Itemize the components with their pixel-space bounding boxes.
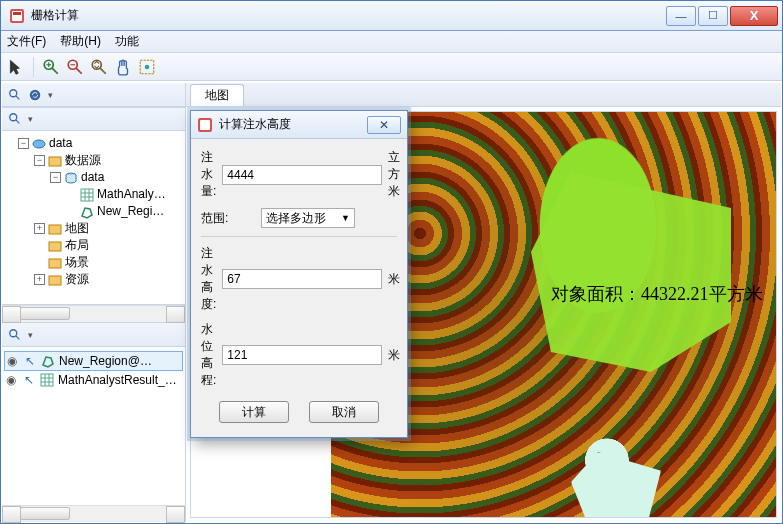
svg-rect-30 xyxy=(49,276,61,285)
menu-func[interactable]: 功能 xyxy=(115,33,139,50)
tabstrip: 地图 xyxy=(186,83,781,107)
level-input[interactable] xyxy=(222,345,382,365)
layer-name: MathAnalystResult_… xyxy=(58,371,177,389)
region-icon xyxy=(80,205,94,219)
pointer-icon[interactable] xyxy=(7,58,25,76)
tree-node-dataset-raster[interactable]: MathAnaly… xyxy=(4,186,183,203)
layer-item[interactable]: ◉ ↖ New_Region@… xyxy=(4,351,183,371)
svg-line-18 xyxy=(16,120,20,124)
svg-rect-27 xyxy=(49,225,61,234)
flood-height-dialog: 计算注水高度 ✕ 注水量: 立方米 范围: 选择多边形 ▼ 注水高度: 米 水位… xyxy=(190,110,408,438)
tree-node-maps[interactable]: +地图 xyxy=(4,220,183,237)
svg-line-15 xyxy=(16,95,20,99)
window-title: 栅格计算 xyxy=(31,7,79,24)
zoom-free-icon[interactable] xyxy=(90,58,108,76)
tab-map[interactable]: 地图 xyxy=(190,84,244,106)
folder-icon xyxy=(48,239,62,253)
titlebar: 栅格计算 — ☐ X xyxy=(1,1,782,31)
menubar: 文件(F) 帮助(H) 功能 xyxy=(1,31,782,53)
volume-label: 注水量: xyxy=(201,149,216,200)
folder-icon xyxy=(48,256,62,270)
refresh-icon[interactable] xyxy=(28,88,42,102)
folder-icon xyxy=(48,154,62,168)
workspace-filter-header: ▾ xyxy=(2,107,185,131)
menu-file[interactable]: 文件(F) xyxy=(7,33,46,50)
height-unit: 米 xyxy=(388,271,400,288)
dialog-titlebar[interactable]: 计算注水高度 ✕ xyxy=(191,111,407,139)
tree-node-layouts[interactable]: 布局 xyxy=(4,237,183,254)
search-icon[interactable] xyxy=(8,88,22,102)
menu-help[interactable]: 帮助(H) xyxy=(60,33,101,50)
svg-rect-20 xyxy=(49,157,61,166)
pan-icon[interactable] xyxy=(114,58,132,76)
layer-list[interactable]: ◉ ↖ New_Region@… ◉ ↖ MathAnalystResult_… xyxy=(2,347,185,505)
tree-node-datasource-group[interactable]: −数据源 xyxy=(4,152,183,169)
volume-unit: 立方米 xyxy=(388,149,400,200)
folder-icon xyxy=(48,273,62,287)
svg-rect-33 xyxy=(41,374,53,386)
svg-point-17 xyxy=(10,114,17,121)
svg-point-19 xyxy=(33,140,45,148)
svg-point-13 xyxy=(145,64,150,69)
zoom-out-icon[interactable] xyxy=(66,58,84,76)
left-column: ▾ ▾ −data −数据源 −data MathAnaly… New_Regi… xyxy=(2,83,186,522)
region-icon xyxy=(41,354,55,368)
layer-panel: ▾ ◉ ↖ New_Region@… ◉ ↖ MathAnalystResult… xyxy=(2,322,185,522)
svg-point-31 xyxy=(10,329,17,336)
horizontal-scrollbar[interactable] xyxy=(2,305,185,322)
full-extent-icon[interactable] xyxy=(138,58,156,76)
layer-name: New_Region@… xyxy=(59,352,152,370)
layer-item[interactable]: ◉ ↖ MathAnalystResult_… xyxy=(4,371,183,389)
tree-node-root[interactable]: −data xyxy=(4,135,183,152)
workspace-icon xyxy=(32,137,46,151)
grid-icon xyxy=(80,188,94,202)
area-label: 对象面积：44322.21平方米 xyxy=(551,282,763,306)
scope-label: 范围: xyxy=(201,210,255,227)
svg-line-32 xyxy=(16,335,20,339)
height-label: 注水高度: xyxy=(201,245,216,313)
dialog-close-button[interactable]: ✕ xyxy=(367,116,401,134)
tree-node-scenes[interactable]: 场景 xyxy=(4,254,183,271)
svg-line-8 xyxy=(76,68,82,74)
search-icon[interactable] xyxy=(8,112,22,126)
toolbar-separator xyxy=(33,57,34,77)
chevron-down-icon: ▼ xyxy=(341,213,350,223)
scope-value: 选择多边形 xyxy=(266,210,326,227)
minimize-button[interactable]: — xyxy=(666,6,696,26)
toolbar xyxy=(1,53,782,81)
maximize-button[interactable]: ☐ xyxy=(698,6,728,26)
svg-rect-28 xyxy=(49,242,61,251)
horizontal-scrollbar[interactable] xyxy=(2,505,185,522)
tree-node-dataset-region[interactable]: New_Regi… xyxy=(4,203,183,220)
svg-line-11 xyxy=(100,68,106,74)
svg-rect-22 xyxy=(81,189,93,201)
calculate-button[interactable]: 计算 xyxy=(219,401,289,423)
svg-line-4 xyxy=(52,68,58,74)
visibility-icon[interactable]: ◉ xyxy=(4,371,18,389)
selectable-icon[interactable]: ↖ xyxy=(23,352,37,370)
layer-panel-header: ▾ xyxy=(2,323,185,347)
volume-input[interactable] xyxy=(222,165,382,185)
tree-node-resources[interactable]: +资源 xyxy=(4,271,183,288)
height-input[interactable] xyxy=(222,269,382,289)
dialog-separator xyxy=(201,236,397,237)
close-button[interactable]: X xyxy=(730,6,778,26)
visibility-icon[interactable]: ◉ xyxy=(5,352,19,370)
zoom-in-icon[interactable] xyxy=(42,58,60,76)
datasource-icon xyxy=(64,171,78,185)
svg-point-16 xyxy=(30,89,41,100)
dialog-icon xyxy=(197,117,213,133)
cancel-button[interactable]: 取消 xyxy=(309,401,379,423)
level-unit: 米 xyxy=(388,347,400,364)
search-icon[interactable] xyxy=(8,328,22,342)
level-label: 水位高程: xyxy=(201,321,216,389)
tree-node-datasource[interactable]: −data xyxy=(4,169,183,186)
svg-rect-29 xyxy=(49,259,61,268)
selectable-icon[interactable]: ↖ xyxy=(22,371,36,389)
scope-combobox[interactable]: 选择多边形 ▼ xyxy=(261,208,355,228)
workspace-tree[interactable]: −data −数据源 −data MathAnaly… New_Regi… +地… xyxy=(2,131,185,305)
svg-rect-39 xyxy=(200,120,210,130)
svg-rect-2 xyxy=(13,12,21,15)
folder-icon xyxy=(48,222,62,236)
svg-point-14 xyxy=(10,89,17,96)
